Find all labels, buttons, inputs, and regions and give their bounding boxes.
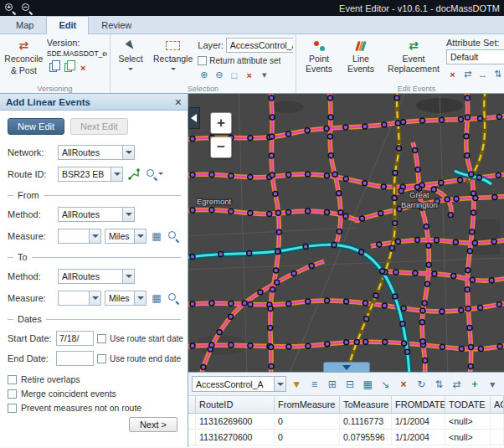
map-canvas[interactable]: Egremont Great Barrington [188, 94, 504, 372]
from-method-select[interactable]: AllRoutes [58, 207, 135, 222]
add-rows-icon[interactable]: ⊞ [324, 376, 340, 393]
merge-coincident-checkbox[interactable] [8, 389, 17, 399]
route-graphic-button[interactable] [126, 167, 141, 182]
to-method-select[interactable]: AllRoutes [58, 269, 135, 284]
version-value: SDE.MASSDOT_editor1 [47, 49, 107, 58]
cell-todate: <null> [445, 414, 491, 429]
sort-icon[interactable]: ⇅ [431, 376, 447, 393]
next-button[interactable]: Next > [129, 417, 177, 432]
merge-coincident-label: Merge coincident events [21, 389, 116, 399]
layer-select[interactable]: AccessControl_A [226, 38, 293, 53]
group-label-versioning: Versioning [0, 85, 110, 93]
copy-version-icon[interactable] [47, 61, 59, 74]
swap-fields-icon[interactable]: ⇄ [449, 376, 465, 393]
zoom-to-record-icon[interactable]: ↘ [378, 376, 393, 393]
refresh-icon[interactable]: ↻ [414, 376, 429, 393]
event-replacement-button[interactable]: ⇄ Event Replacement [383, 36, 445, 84]
return-attribute-set-checkbox[interactable] [198, 56, 207, 65]
zoom-out-button[interactable]: − [210, 136, 232, 158]
remove-rows-icon[interactable]: ⊟ [342, 376, 357, 393]
attribute-table-icon[interactable]: ▦ [360, 376, 376, 393]
table-row[interactable]: 11316269600 0 0.1116773 1/1/2004 <null> [188, 414, 504, 430]
panel-header: Add Linear Events × [0, 94, 188, 111]
to-measure-grid-icon[interactable]: ▦ [150, 291, 163, 306]
column-header-fromdate[interactable]: FROMDATE [392, 396, 445, 414]
tab-map[interactable]: Map [3, 16, 46, 33]
add-record-icon[interactable]: + [466, 376, 482, 393]
collapse-grid-arrow-icon[interactable] [323, 362, 370, 372]
table-row[interactable]: 11316270600 0 0.0795596 1/1/2004 <null> [188, 430, 504, 445]
swap-measures-icon[interactable]: ⇄ [461, 68, 474, 80]
delete-selection-icon[interactable]: × [243, 69, 255, 81]
column-header-tomeasure[interactable]: ToMeasure [340, 396, 392, 414]
ribbon: ⇄ Reconcile & Post Version: SDE.MASSDOT_… [0, 34, 504, 94]
zoom-in-tool-icon[interactable]: + [4, 3, 15, 13]
column-header-ac[interactable]: AC [491, 396, 504, 414]
reconcile-post-button[interactable]: ⇄ Reconcile & Post [3, 36, 45, 84]
clear-selection-icon[interactable]: □ [228, 69, 240, 81]
network-select[interactable]: AllRoutes [58, 145, 135, 160]
from-measure-grid-icon[interactable]: ▦ [150, 229, 163, 244]
grid-menu-icon[interactable]: ▾ [485, 376, 501, 393]
grid-layer-select[interactable]: AccessControl_A [192, 376, 286, 392]
zoom-out-tool-icon[interactable]: − [21, 3, 32, 13]
end-date-input[interactable] [56, 351, 94, 366]
select-tool-button[interactable]: Select [113, 36, 148, 84]
select-remove-icon[interactable]: ⊖ [213, 69, 225, 81]
route-id-select[interactable]: BSR23 EB [58, 167, 123, 182]
use-route-end-label: Use route end date [110, 354, 181, 363]
from-measure-search-icon[interactable] [167, 229, 180, 244]
row-selector[interactable] [188, 414, 196, 429]
delete-version-icon[interactable]: × [77, 61, 90, 74]
to-measure-select[interactable] [58, 291, 101, 306]
filter-icon[interactable]: ▼ [288, 376, 304, 393]
rectangle-tool-label: Rectangle [153, 54, 193, 64]
start-date-input[interactable] [56, 331, 94, 346]
rectangle-tool-button[interactable]: Rectangle [150, 36, 196, 84]
tab-review[interactable]: Review [89, 16, 144, 33]
group-label-edit-events: Edit Events [296, 85, 504, 93]
close-icon[interactable]: × [175, 96, 182, 108]
retire-overlaps-label: Retire overlaps [21, 374, 80, 384]
row-selector[interactable] [188, 430, 196, 445]
extend-event-icon[interactable]: ↔ [476, 68, 489, 80]
cell-ac [491, 430, 504, 445]
from-units-select[interactable]: Miles [105, 229, 147, 244]
point-events-button[interactable]: Point Events [299, 36, 339, 84]
to-units-select[interactable]: Miles [105, 291, 147, 306]
attribute-set-select[interactable]: Default [446, 49, 504, 64]
retire-overlaps-checkbox[interactable] [8, 375, 17, 384]
collapse-panel-arrow-icon[interactable] [188, 107, 200, 129]
delete-record-icon[interactable]: × [395, 376, 411, 393]
grid-toolbar: AccessControl_A ▼ ≡ ⊞ ⊟ ▦ ↘ × ↻ ⇅ ⇄ + ▾ [188, 373, 504, 396]
from-method-label: Method: [8, 209, 54, 219]
from-measure-select[interactable] [58, 229, 101, 244]
use-route-end-checkbox[interactable] [97, 354, 106, 363]
cell-routeid: 11316269600 [196, 414, 275, 429]
to-measure-search-icon[interactable] [167, 291, 180, 306]
column-header-todate[interactable]: TODATE [445, 396, 491, 414]
line-events-button[interactable]: Line Events [341, 36, 381, 84]
column-header-routeid[interactable]: RouteID [196, 396, 275, 414]
next-edit-button[interactable]: Next Edit [70, 118, 128, 135]
select-tool-label: Select [118, 54, 142, 64]
zoom-in-button[interactable]: + [210, 112, 232, 134]
to-method-value: AllRoutes [59, 271, 122, 281]
column-header-frommeasure[interactable]: FromMeasure [275, 396, 340, 414]
route-search-button[interactable] [145, 167, 164, 182]
new-edit-button[interactable]: New Edit [8, 118, 64, 135]
use-route-start-label: Use route start date [110, 334, 183, 343]
prevent-measures-checkbox[interactable] [8, 404, 17, 413]
event-replacement-icon: ⇄ [409, 39, 419, 53]
create-version-icon[interactable] [62, 61, 75, 74]
tab-edit[interactable]: Edit [46, 16, 89, 34]
place-label-egremont: Egremont [197, 197, 232, 206]
from-method-arrow-icon [122, 208, 134, 221]
use-route-start-checkbox[interactable] [97, 334, 106, 343]
cell-fromdate: 1/1/2004 [392, 414, 445, 429]
offset-event-icon[interactable]: ⇅ [491, 68, 504, 80]
records-list-icon[interactable]: ≡ [306, 376, 322, 393]
delete-event-icon[interactable]: × [446, 68, 459, 80]
select-add-icon[interactable]: ⊕ [198, 69, 210, 81]
selection-menu-icon[interactable]: ▾ [258, 69, 270, 81]
